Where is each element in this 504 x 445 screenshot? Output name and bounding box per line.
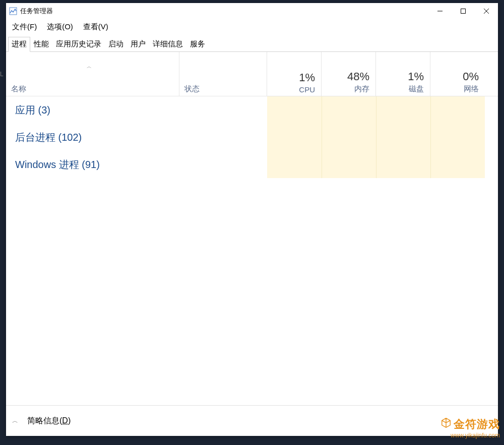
- column-status[interactable]: 状态: [179, 52, 267, 96]
- titlebar: 任务管理器: [6, 3, 498, 19]
- window-title: 任务管理器: [20, 7, 53, 16]
- disk-percent: 1%: [408, 70, 424, 83]
- watermark-url: www.yikajinfu.com: [451, 432, 500, 439]
- close-button[interactable]: [475, 3, 498, 19]
- column-disk[interactable]: 1% 磁盘: [376, 52, 430, 96]
- process-list: 应用 (3) 后台进程 (102) Windows 进程 (91): [6, 96, 498, 405]
- app-icon: [9, 7, 17, 15]
- memory-label: 内存: [354, 84, 369, 94]
- tab-details[interactable]: 详细信息: [149, 37, 186, 51]
- column-headers: ︿ 名称 状态 1% CPU 48% 内存 1% 磁盘 0% 网络: [6, 52, 498, 96]
- watermark-title: 金符游戏: [454, 417, 500, 432]
- column-memory[interactable]: 48% 内存: [322, 52, 376, 96]
- tab-processes[interactable]: 进程: [8, 37, 30, 52]
- menu-file[interactable]: 文件(F): [12, 22, 37, 32]
- tab-app-history[interactable]: 应用历史记录: [52, 37, 105, 51]
- svg-rect-2: [461, 9, 466, 14]
- task-manager-window: 任务管理器 文件(F) 选项(O) 查看(V) 进程 性能 应用历史记录 启动 …: [6, 3, 498, 436]
- tab-services[interactable]: 服务: [186, 37, 209, 51]
- tabbar: 进程 性能 应用历史记录 启动 用户 详细信息 服务: [6, 37, 498, 52]
- chevron-up-icon[interactable]: ︿: [12, 417, 18, 425]
- column-cpu[interactable]: 1% CPU: [267, 52, 322, 96]
- tab-startup[interactable]: 启动: [105, 37, 127, 51]
- background-fragment-left: L: [0, 71, 6, 81]
- menu-options[interactable]: 选项(O): [47, 22, 73, 32]
- maximize-button[interactable]: [452, 3, 475, 19]
- cpu-label: CPU: [299, 85, 315, 94]
- network-label: 网络: [464, 84, 479, 94]
- disk-label: 磁盘: [409, 84, 424, 94]
- network-percent: 0%: [463, 70, 479, 83]
- watermark: 金符游戏 www.yikajinfu.com: [440, 417, 500, 439]
- menubar: 文件(F) 选项(O) 查看(V): [6, 19, 498, 37]
- menu-view[interactable]: 查看(V): [83, 22, 108, 32]
- tab-users[interactable]: 用户: [127, 37, 149, 51]
- group-windows[interactable]: Windows 进程 (91): [6, 151, 498, 178]
- content-area: ︿ 名称 状态 1% CPU 48% 内存 1% 磁盘 0% 网络: [6, 52, 498, 406]
- column-network[interactable]: 0% 网络: [430, 52, 485, 96]
- column-name[interactable]: ︿ 名称: [6, 52, 179, 96]
- cube-icon: [440, 417, 452, 431]
- group-background[interactable]: 后台进程 (102): [6, 124, 498, 151]
- svg-rect-0: [10, 8, 17, 15]
- statusbar: ︿ 简略信息(D): [6, 406, 498, 436]
- sort-indicator-icon: ︿: [87, 63, 92, 70]
- brief-info-link[interactable]: 简略信息(D): [27, 416, 71, 426]
- minimize-button[interactable]: [428, 3, 452, 19]
- cpu-percent: 1%: [299, 71, 315, 84]
- group-apps[interactable]: 应用 (3): [6, 96, 498, 124]
- column-name-label: 名称: [11, 84, 179, 94]
- tab-performance[interactable]: 性能: [30, 37, 52, 51]
- column-status-label: 状态: [184, 84, 267, 94]
- window-controls: [428, 3, 498, 19]
- memory-percent: 48%: [347, 70, 369, 83]
